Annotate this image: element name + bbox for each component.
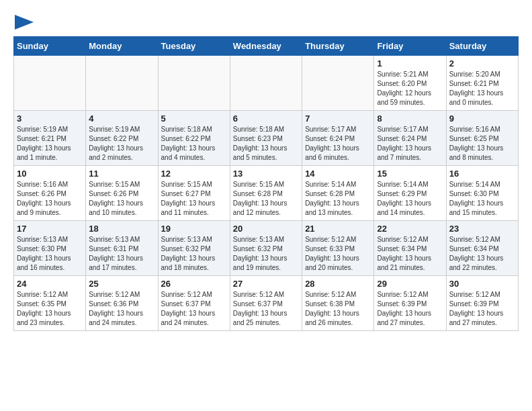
calendar-day: 20Sunrise: 5:13 AM Sunset: 6:32 PM Dayli… [230,221,302,276]
logo [13,13,34,30]
day-number: 13 [233,169,299,179]
day-info: Sunrise: 5:12 AM Sunset: 6:39 PM Dayligh… [377,290,443,328]
day-info: Sunrise: 5:12 AM Sunset: 6:39 PM Dayligh… [449,290,515,328]
calendar-day: 22Sunrise: 5:12 AM Sunset: 6:34 PM Dayli… [374,221,446,276]
day-info: Sunrise: 5:21 AM Sunset: 6:20 PM Dayligh… [377,70,443,107]
calendar-day [158,56,230,111]
day-number: 5 [161,113,227,124]
calendar-week-5: 24Sunrise: 5:12 AM Sunset: 6:35 PM Dayli… [14,276,519,331]
day-info: Sunrise: 5:14 AM Sunset: 6:30 PM Dayligh… [449,180,515,218]
calendar-day: 14Sunrise: 5:14 AM Sunset: 6:28 PM Dayli… [302,166,374,221]
calendar-day: 10Sunrise: 5:16 AM Sunset: 6:26 PM Dayli… [14,166,86,221]
day-number: 8 [377,113,443,124]
day-number: 1 [377,58,443,68]
weekday-header-saturday: Saturday [446,37,518,56]
calendar-day [302,56,374,111]
day-number: 25 [89,279,154,289]
day-number: 14 [305,169,371,179]
calendar-day: 9Sunrise: 5:16 AM Sunset: 6:25 PM Daylig… [446,111,518,166]
calendar-day: 7Sunrise: 5:17 AM Sunset: 6:24 PM Daylig… [302,111,374,166]
calendar-day: 17Sunrise: 5:13 AM Sunset: 6:30 PM Dayli… [14,221,86,276]
day-info: Sunrise: 5:13 AM Sunset: 6:32 PM Dayligh… [161,235,227,273]
calendar-day: 6Sunrise: 5:18 AM Sunset: 6:23 PM Daylig… [230,111,302,166]
day-number: 22 [377,224,443,234]
calendar-day [14,56,86,111]
calendar-day: 15Sunrise: 5:14 AM Sunset: 6:29 PM Dayli… [374,166,446,221]
calendar-day: 29Sunrise: 5:12 AM Sunset: 6:39 PM Dayli… [374,276,446,331]
day-number: 16 [449,169,515,179]
day-info: Sunrise: 5:12 AM Sunset: 6:35 PM Dayligh… [17,290,83,328]
day-number: 10 [17,169,83,179]
day-number: 7 [305,113,371,124]
calendar-week-4: 17Sunrise: 5:13 AM Sunset: 6:30 PM Dayli… [14,221,519,276]
day-number: 29 [377,279,443,289]
calendar-day: 4Sunrise: 5:19 AM Sunset: 6:22 PM Daylig… [86,111,158,166]
calendar-day: 2Sunrise: 5:20 AM Sunset: 6:21 PM Daylig… [446,56,518,111]
weekday-header-friday: Friday [374,37,446,56]
day-info: Sunrise: 5:19 AM Sunset: 6:22 PM Dayligh… [89,125,154,163]
day-number: 3 [17,113,83,124]
calendar-day: 16Sunrise: 5:14 AM Sunset: 6:30 PM Dayli… [446,166,518,221]
calendar-day: 26Sunrise: 5:12 AM Sunset: 6:37 PM Dayli… [158,276,230,331]
day-number: 12 [161,169,227,179]
day-info: Sunrise: 5:15 AM Sunset: 6:28 PM Dayligh… [233,180,299,218]
calendar-day: 13Sunrise: 5:15 AM Sunset: 6:28 PM Dayli… [230,166,302,221]
calendar-day [230,56,302,111]
calendar-day: 8Sunrise: 5:17 AM Sunset: 6:24 PM Daylig… [374,111,446,166]
day-info: Sunrise: 5:12 AM Sunset: 6:36 PM Dayligh… [89,290,154,328]
day-number: 19 [161,224,227,234]
day-number: 2 [449,58,515,68]
day-info: Sunrise: 5:13 AM Sunset: 6:31 PM Dayligh… [89,235,154,273]
day-info: Sunrise: 5:19 AM Sunset: 6:21 PM Dayligh… [17,125,83,163]
day-info: Sunrise: 5:16 AM Sunset: 6:25 PM Dayligh… [449,125,515,163]
day-number: 6 [233,113,299,124]
weekday-header-wednesday: Wednesday [230,37,302,56]
day-number: 28 [305,279,371,289]
calendar-day: 30Sunrise: 5:12 AM Sunset: 6:39 PM Dayli… [446,276,518,331]
day-info: Sunrise: 5:16 AM Sunset: 6:26 PM Dayligh… [17,180,83,218]
calendar-day: 12Sunrise: 5:15 AM Sunset: 6:27 PM Dayli… [158,166,230,221]
calendar-day: 21Sunrise: 5:12 AM Sunset: 6:33 PM Dayli… [302,221,374,276]
calendar-week-2: 3Sunrise: 5:19 AM Sunset: 6:21 PM Daylig… [14,111,519,166]
calendar-day: 28Sunrise: 5:12 AM Sunset: 6:38 PM Dayli… [302,276,374,331]
day-number: 9 [449,113,515,124]
day-number: 24 [17,279,83,289]
day-number: 23 [449,224,515,234]
day-info: Sunrise: 5:15 AM Sunset: 6:27 PM Dayligh… [161,180,227,218]
day-number: 27 [233,279,299,289]
weekday-header-tuesday: Tuesday [158,37,230,56]
calendar-day: 25Sunrise: 5:12 AM Sunset: 6:36 PM Dayli… [86,276,158,331]
calendar-day: 18Sunrise: 5:13 AM Sunset: 6:31 PM Dayli… [86,221,158,276]
page-header [13,13,519,30]
day-number: 4 [89,113,154,124]
weekday-header-sunday: Sunday [14,37,86,56]
day-info: Sunrise: 5:14 AM Sunset: 6:28 PM Dayligh… [305,180,371,218]
calendar-day: 5Sunrise: 5:18 AM Sunset: 6:22 PM Daylig… [158,111,230,166]
calendar-day: 27Sunrise: 5:12 AM Sunset: 6:37 PM Dayli… [230,276,302,331]
logo-text [13,13,34,30]
day-number: 11 [89,169,154,179]
weekday-header-thursday: Thursday [302,37,374,56]
weekday-header-monday: Monday [86,37,158,56]
day-info: Sunrise: 5:12 AM Sunset: 6:34 PM Dayligh… [449,235,515,273]
calendar-table: SundayMondayTuesdayWednesdayThursdayFrid… [13,36,519,331]
day-info: Sunrise: 5:17 AM Sunset: 6:24 PM Dayligh… [377,125,443,163]
day-number: 18 [89,224,154,234]
day-info: Sunrise: 5:12 AM Sunset: 6:38 PM Dayligh… [305,290,371,328]
day-info: Sunrise: 5:12 AM Sunset: 6:37 PM Dayligh… [161,290,227,328]
day-info: Sunrise: 5:12 AM Sunset: 6:34 PM Dayligh… [377,235,443,273]
day-info: Sunrise: 5:18 AM Sunset: 6:23 PM Dayligh… [233,125,299,163]
day-number: 21 [305,224,371,234]
calendar-week-3: 10Sunrise: 5:16 AM Sunset: 6:26 PM Dayli… [14,166,519,221]
calendar-day: 11Sunrise: 5:15 AM Sunset: 6:26 PM Dayli… [86,166,158,221]
day-number: 26 [161,279,227,289]
calendar-day: 24Sunrise: 5:12 AM Sunset: 6:35 PM Dayli… [14,276,86,331]
day-info: Sunrise: 5:18 AM Sunset: 6:22 PM Dayligh… [161,125,227,163]
calendar-day [86,56,158,111]
day-number: 20 [233,224,299,234]
day-info: Sunrise: 5:15 AM Sunset: 6:26 PM Dayligh… [89,180,154,218]
calendar-day: 1Sunrise: 5:21 AM Sunset: 6:20 PM Daylig… [374,56,446,111]
calendar-header-row: SundayMondayTuesdayWednesdayThursdayFrid… [14,37,519,56]
calendar-day: 3Sunrise: 5:19 AM Sunset: 6:21 PM Daylig… [14,111,86,166]
day-info: Sunrise: 5:12 AM Sunset: 6:33 PM Dayligh… [305,235,371,273]
